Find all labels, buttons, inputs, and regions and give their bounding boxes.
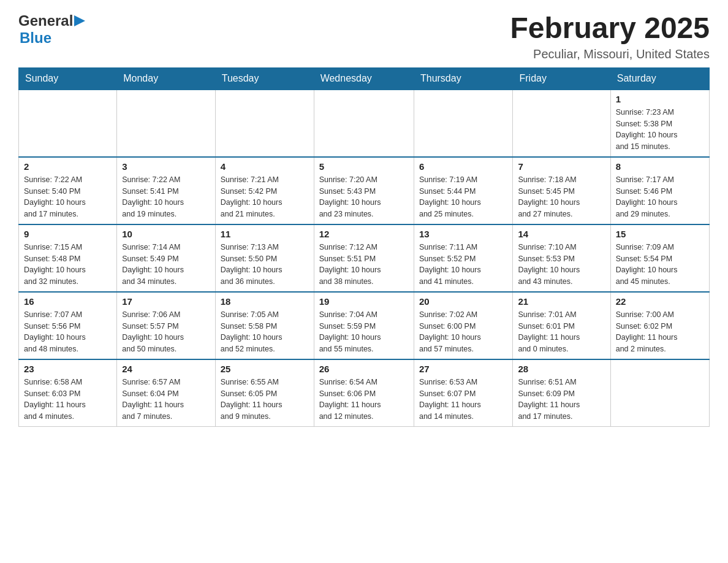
day-number: 2 <box>24 161 112 172</box>
day-info: Sunrise: 7:22 AMSunset: 5:40 PMDaylight:… <box>24 174 112 220</box>
day-number: 25 <box>221 364 309 374</box>
calendar-day-cell: 21Sunrise: 7:01 AMSunset: 6:01 PMDayligh… <box>513 292 610 359</box>
calendar-day-cell: 9Sunrise: 7:15 AMSunset: 5:48 PMDaylight… <box>19 224 117 292</box>
calendar-day-cell: 22Sunrise: 7:00 AMSunset: 6:02 PMDayligh… <box>610 292 709 359</box>
calendar-week-row: 1Sunrise: 7:23 AMSunset: 5:38 PMDaylight… <box>19 90 710 157</box>
day-info: Sunrise: 7:22 AMSunset: 5:41 PMDaylight:… <box>122 174 210 220</box>
calendar-day-cell <box>414 90 513 157</box>
day-of-week-header: Wednesday <box>314 67 414 90</box>
calendar-day-cell: 27Sunrise: 6:53 AMSunset: 6:07 PMDayligh… <box>414 359 513 427</box>
day-info: Sunrise: 7:13 AMSunset: 5:50 PMDaylight:… <box>221 242 309 288</box>
calendar-day-cell: 1Sunrise: 7:23 AMSunset: 5:38 PMDaylight… <box>610 90 709 157</box>
calendar-day-cell: 24Sunrise: 6:57 AMSunset: 6:04 PMDayligh… <box>117 359 216 427</box>
day-number: 21 <box>518 296 605 307</box>
day-number: 12 <box>319 229 409 239</box>
day-number: 27 <box>419 364 508 374</box>
calendar-day-cell <box>610 359 709 427</box>
day-info: Sunrise: 7:00 AMSunset: 6:02 PMDaylight:… <box>616 309 704 355</box>
logo: General Blue <box>18 12 85 47</box>
page-header: General Blue February 2025 Peculiar, Mis… <box>18 12 710 61</box>
day-info: Sunrise: 6:54 AMSunset: 6:06 PMDaylight:… <box>319 377 409 423</box>
month-title: February 2025 <box>510 12 710 45</box>
day-number: 3 <box>122 161 210 172</box>
calendar-day-cell: 16Sunrise: 7:07 AMSunset: 5:56 PMDayligh… <box>19 292 117 359</box>
day-info: Sunrise: 7:02 AMSunset: 6:00 PMDaylight:… <box>419 309 508 355</box>
calendar-day-cell: 11Sunrise: 7:13 AMSunset: 5:50 PMDayligh… <box>215 224 314 292</box>
day-number: 14 <box>518 229 605 239</box>
calendar-week-row: 9Sunrise: 7:15 AMSunset: 5:48 PMDaylight… <box>19 224 710 292</box>
calendar-day-cell <box>19 90 117 157</box>
calendar-week-row: 2Sunrise: 7:22 AMSunset: 5:40 PMDaylight… <box>19 157 710 224</box>
calendar-day-cell: 17Sunrise: 7:06 AMSunset: 5:57 PMDayligh… <box>117 292 216 359</box>
day-info: Sunrise: 7:10 AMSunset: 5:53 PMDaylight:… <box>518 242 605 288</box>
day-info: Sunrise: 7:18 AMSunset: 5:45 PMDaylight:… <box>518 174 605 220</box>
day-info: Sunrise: 7:20 AMSunset: 5:43 PMDaylight:… <box>319 174 409 220</box>
day-number: 6 <box>419 161 508 172</box>
calendar-day-cell: 5Sunrise: 7:20 AMSunset: 5:43 PMDaylight… <box>314 157 414 224</box>
calendar-day-cell: 25Sunrise: 6:55 AMSunset: 6:05 PMDayligh… <box>215 359 314 427</box>
day-info: Sunrise: 6:58 AMSunset: 6:03 PMDaylight:… <box>24 377 112 423</box>
day-number: 10 <box>122 229 210 239</box>
calendar-day-cell <box>513 90 610 157</box>
day-of-week-header: Saturday <box>610 67 709 90</box>
day-info: Sunrise: 7:19 AMSunset: 5:44 PMDaylight:… <box>419 174 508 220</box>
day-info: Sunrise: 7:12 AMSunset: 5:51 PMDaylight:… <box>319 242 409 288</box>
calendar-day-cell: 12Sunrise: 7:12 AMSunset: 5:51 PMDayligh… <box>314 224 414 292</box>
day-of-week-header: Tuesday <box>215 67 314 90</box>
calendar-day-cell: 3Sunrise: 7:22 AMSunset: 5:41 PMDaylight… <box>117 157 216 224</box>
day-info: Sunrise: 7:21 AMSunset: 5:42 PMDaylight:… <box>221 174 309 220</box>
day-number: 4 <box>221 161 309 172</box>
day-of-week-header: Thursday <box>414 67 513 90</box>
day-of-week-header: Friday <box>513 67 610 90</box>
calendar-day-cell: 4Sunrise: 7:21 AMSunset: 5:42 PMDaylight… <box>215 157 314 224</box>
day-info: Sunrise: 6:55 AMSunset: 6:05 PMDaylight:… <box>221 377 309 423</box>
calendar-header-row: SundayMondayTuesdayWednesdayThursdayFrid… <box>19 67 710 90</box>
day-info: Sunrise: 7:11 AMSunset: 5:52 PMDaylight:… <box>419 242 508 288</box>
day-of-week-header: Monday <box>117 67 216 90</box>
day-of-week-header: Sunday <box>19 67 117 90</box>
day-info: Sunrise: 7:01 AMSunset: 6:01 PMDaylight:… <box>518 309 605 355</box>
calendar-day-cell: 8Sunrise: 7:17 AMSunset: 5:46 PMDaylight… <box>610 157 709 224</box>
day-number: 9 <box>24 229 112 239</box>
day-number: 1 <box>616 94 704 104</box>
calendar-day-cell: 10Sunrise: 7:14 AMSunset: 5:49 PMDayligh… <box>117 224 216 292</box>
logo-blue-text: Blue <box>20 29 51 46</box>
day-info: Sunrise: 7:04 AMSunset: 5:59 PMDaylight:… <box>319 309 409 355</box>
location-subtitle: Peculiar, Missouri, United States <box>510 47 710 61</box>
day-info: Sunrise: 7:15 AMSunset: 5:48 PMDaylight:… <box>24 242 112 288</box>
day-info: Sunrise: 7:14 AMSunset: 5:49 PMDaylight:… <box>122 242 210 288</box>
calendar-day-cell: 28Sunrise: 6:51 AMSunset: 6:09 PMDayligh… <box>513 359 610 427</box>
day-number: 7 <box>518 161 605 172</box>
day-number: 11 <box>221 229 309 239</box>
day-number: 17 <box>122 296 210 307</box>
day-info: Sunrise: 7:23 AMSunset: 5:38 PMDaylight:… <box>616 107 704 153</box>
svg-marker-0 <box>74 15 85 26</box>
day-number: 22 <box>616 296 704 307</box>
day-info: Sunrise: 7:05 AMSunset: 5:58 PMDaylight:… <box>221 309 309 355</box>
day-number: 5 <box>319 161 409 172</box>
calendar-table: SundayMondayTuesdayWednesdayThursdayFrid… <box>18 67 710 427</box>
calendar-day-cell: 26Sunrise: 6:54 AMSunset: 6:06 PMDayligh… <box>314 359 414 427</box>
calendar-day-cell: 6Sunrise: 7:19 AMSunset: 5:44 PMDaylight… <box>414 157 513 224</box>
day-number: 16 <box>24 296 112 307</box>
calendar-day-cell: 7Sunrise: 7:18 AMSunset: 5:45 PMDaylight… <box>513 157 610 224</box>
day-info: Sunrise: 7:09 AMSunset: 5:54 PMDaylight:… <box>616 242 704 288</box>
day-info: Sunrise: 6:53 AMSunset: 6:07 PMDaylight:… <box>419 377 508 423</box>
day-number: 19 <box>319 296 409 307</box>
calendar-day-cell <box>117 90 216 157</box>
calendar-day-cell: 23Sunrise: 6:58 AMSunset: 6:03 PMDayligh… <box>19 359 117 427</box>
calendar-day-cell: 18Sunrise: 7:05 AMSunset: 5:58 PMDayligh… <box>215 292 314 359</box>
day-info: Sunrise: 6:51 AMSunset: 6:09 PMDaylight:… <box>518 377 605 423</box>
day-number: 28 <box>518 364 605 374</box>
day-number: 15 <box>616 229 704 239</box>
day-info: Sunrise: 7:17 AMSunset: 5:46 PMDaylight:… <box>616 174 704 220</box>
calendar-day-cell: 20Sunrise: 7:02 AMSunset: 6:00 PMDayligh… <box>414 292 513 359</box>
day-info: Sunrise: 7:06 AMSunset: 5:57 PMDaylight:… <box>122 309 210 355</box>
logo-arrow-icon <box>74 15 85 26</box>
day-info: Sunrise: 7:07 AMSunset: 5:56 PMDaylight:… <box>24 309 112 355</box>
logo-general-text: General <box>18 12 73 29</box>
calendar-day-cell <box>314 90 414 157</box>
day-number: 20 <box>419 296 508 307</box>
calendar-day-cell: 2Sunrise: 7:22 AMSunset: 5:40 PMDaylight… <box>19 157 117 224</box>
calendar-day-cell <box>215 90 314 157</box>
